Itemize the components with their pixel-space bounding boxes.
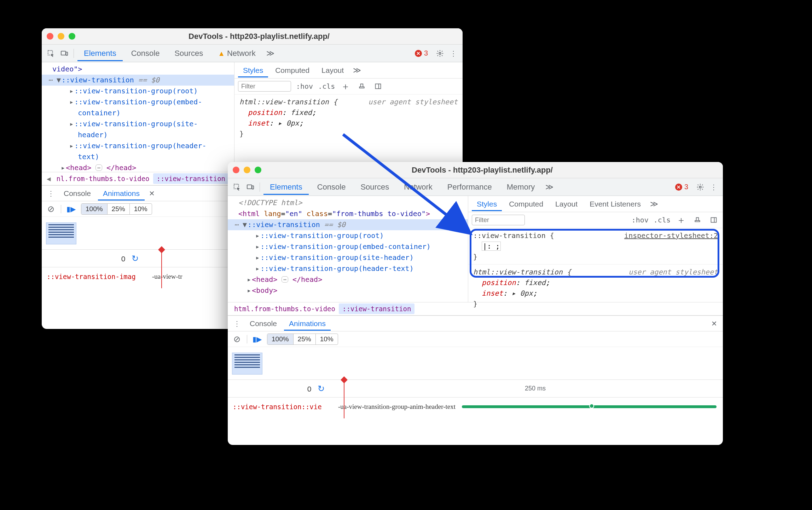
cls-toggle[interactable]: .cls	[654, 216, 671, 224]
tree-node: container)	[42, 108, 234, 118]
svg-line-12	[343, 134, 470, 233]
more-tabs-icon[interactable]: ≫	[648, 199, 660, 209]
minimize-icon[interactable]	[244, 167, 250, 173]
error-count[interactable]: ✕ 3	[675, 183, 688, 191]
kebab-icon[interactable]: ⋮	[45, 188, 57, 199]
settings-icon[interactable]	[434, 48, 446, 59]
panel-icon[interactable]	[708, 214, 719, 226]
svg-rect-10	[711, 218, 717, 222]
tree-node[interactable]: ▸::view-transition-group(site-	[42, 118, 234, 129]
tab-network[interactable]: ▲Network	[211, 45, 262, 61]
minimize-icon[interactable]	[58, 33, 64, 40]
tab-animations[interactable]: Animations	[98, 186, 145, 201]
tab-computed[interactable]: Computed	[504, 197, 548, 211]
settings-icon[interactable]	[695, 181, 706, 193]
clear-icon[interactable]: ⊘	[231, 334, 243, 345]
warning-icon: ▲	[218, 50, 225, 57]
more-tabs-icon[interactable]: ≫	[543, 182, 556, 192]
svg-rect-8	[252, 186, 254, 189]
dom-tree[interactable]: video"> ⋯ ▼::view-transition == $0 ▸::vi…	[42, 62, 234, 172]
error-icon: ✕	[415, 50, 422, 57]
tree-node: header)	[42, 129, 234, 140]
cls-toggle[interactable]: .cls	[318, 82, 335, 91]
kebab-icon[interactable]: ⋮	[708, 181, 719, 193]
inspect-icon[interactable]	[45, 48, 57, 59]
speed-switch[interactable]: 100% 25% 10%	[267, 334, 338, 345]
play-icon[interactable]: ▮▶	[251, 334, 263, 345]
panel-icon[interactable]	[372, 81, 384, 92]
error-icon: ✕	[675, 184, 682, 191]
timeline[interactable]: 0 ↻ 250 ms	[228, 379, 723, 397]
tab-console[interactable]: Console	[125, 45, 166, 61]
svg-rect-1	[61, 51, 66, 55]
tab-animations[interactable]: Animations	[284, 317, 331, 331]
tab-console[interactable]: Console	[59, 186, 96, 201]
tree-node[interactable]: ▸::view-transition-group(header-text)	[228, 263, 468, 274]
maximize-icon[interactable]	[69, 33, 75, 40]
selected-node[interactable]: ⋯ ▼::view-transition == $0	[42, 75, 234, 86]
maximize-icon[interactable]	[255, 167, 261, 173]
close-icon[interactable]: ✕	[709, 319, 719, 328]
tree-node[interactable]: ▸::view-transition-group(root)	[42, 86, 234, 97]
replay-icon[interactable]: ↻	[132, 254, 139, 263]
tab-computed[interactable]: Computed	[270, 63, 314, 77]
replay-icon[interactable]: ↻	[318, 384, 325, 393]
timeline-tick: 250 ms	[525, 385, 546, 392]
new-rule-icon[interactable]: ＋	[675, 214, 687, 226]
kebab-icon[interactable]: ⋮	[231, 318, 243, 329]
traffic-lights	[233, 167, 261, 173]
svg-rect-7	[247, 185, 252, 189]
clear-icon[interactable]: ⊘	[45, 203, 57, 215]
inspect-icon[interactable]	[231, 181, 243, 193]
brush-icon[interactable]	[692, 214, 703, 226]
device-icon[interactable]	[245, 181, 256, 193]
error-count[interactable]: ✕ 3	[415, 49, 428, 57]
speed-switch[interactable]: 100% 25% 10%	[81, 203, 152, 215]
hov-toggle[interactable]: :hov	[632, 216, 649, 224]
hov-toggle[interactable]: :hov	[296, 82, 313, 91]
animation-thumbnail[interactable]	[46, 222, 76, 244]
tree-node[interactable]: ▸::view-transition-group(embed-	[42, 97, 234, 108]
close-icon[interactable]	[47, 33, 53, 40]
more-tabs-icon[interactable]: ≫	[264, 49, 277, 58]
drawer: ⋮ Console Animations ✕ ⊘ ▮▶ 100% 25% 10%…	[228, 315, 723, 416]
drawer-tabs: ⋮ Console Animations ✕	[228, 316, 723, 331]
close-icon[interactable]: ✕	[147, 189, 157, 198]
tab-memory[interactable]: Memory	[500, 179, 541, 195]
animation-thumbnail[interactable]	[232, 353, 262, 375]
svg-point-3	[439, 52, 441, 54]
tree-node[interactable]: ▸<head> ⋯ </head>	[42, 162, 234, 173]
styles-toolbar: :hov .cls ＋	[234, 79, 463, 94]
chevron-left-icon[interactable]: ◀	[45, 175, 53, 182]
kebab-icon[interactable]: ⋮	[448, 48, 459, 59]
brush-icon[interactable]	[356, 81, 367, 92]
tree-node[interactable]: ▸::view-transition-group(site-header)	[228, 252, 468, 263]
tab-sources[interactable]: Sources	[168, 45, 209, 61]
new-rule-icon[interactable]: ＋	[340, 81, 351, 92]
css-rule[interactable]: user agent stylesheet html::view-transit…	[468, 264, 723, 311]
device-icon[interactable]	[59, 48, 70, 59]
animations-body: 0 ↻ 250 ms ::view-transition::vie -ua-vi…	[228, 347, 723, 416]
animations-toolbar: ⊘ ▮▶ 100% 25% 10%	[228, 331, 723, 347]
tree-node[interactable]: ▸<body>	[228, 285, 468, 296]
play-icon[interactable]: ▮▶	[65, 203, 77, 215]
tab-elements[interactable]: Elements	[77, 45, 123, 61]
tree-node[interactable]: ▸<head> ⋯ </head>	[228, 274, 468, 285]
rule-source-link[interactable]: inspector-stylesheet:2	[624, 230, 718, 241]
styles-pane: Styles Computed Layout Event Listeners ≫…	[468, 196, 723, 302]
tree-node[interactable]: ▸::view-transition-group(header-	[42, 140, 234, 151]
more-tabs-icon[interactable]: ≫	[351, 66, 363, 75]
tab-elements[interactable]: Elements	[263, 179, 309, 195]
main-tabs: Elements Console Sources ▲Network ≫ ✕ 3 …	[42, 45, 463, 62]
tab-styles[interactable]: Styles	[238, 63, 268, 77]
animation-row[interactable]: ::view-transition::vie -ua-view-transiti…	[228, 397, 723, 416]
tab-console[interactable]: Console	[245, 317, 282, 331]
tab-event-listeners[interactable]: Event Listeners	[585, 197, 646, 211]
animation-track[interactable]	[462, 405, 717, 408]
filter-input[interactable]	[238, 81, 291, 92]
window-title: DevTools - http203-playlist.netlify.app/	[82, 32, 458, 41]
tab-layout[interactable]: Layout	[317, 63, 349, 77]
css-rule-new[interactable]: inspector-stylesheet:2 ::view-transition…	[468, 228, 723, 264]
close-icon[interactable]	[233, 167, 239, 173]
tab-layout[interactable]: Layout	[550, 197, 582, 211]
